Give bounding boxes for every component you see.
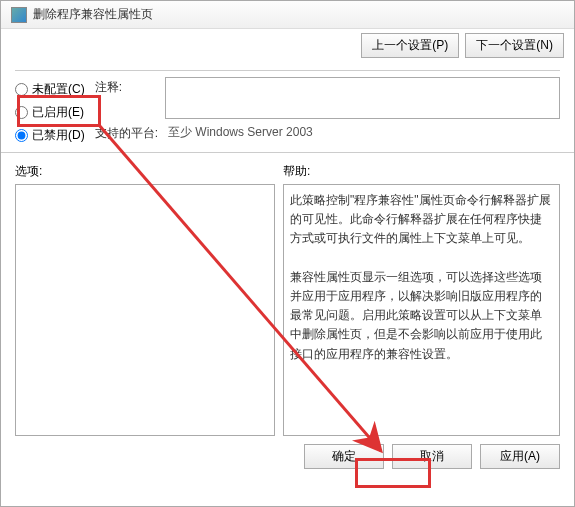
next-setting-button[interactable]: 下一个设置(N)	[465, 33, 564, 58]
platform-label: 支持的平台:	[95, 123, 158, 142]
options-label: 选项:	[15, 163, 283, 180]
help-paragraph-1: 此策略控制"程序兼容性"属性页命令行解释器扩展的可见性。此命令行解释器扩展在任何…	[290, 191, 553, 249]
radio-not-configured-label: 未配置(C)	[32, 81, 85, 98]
cancel-button[interactable]: 取消	[392, 444, 472, 469]
radio-not-configured[interactable]: 未配置(C)	[15, 81, 85, 98]
ok-button[interactable]: 确定	[304, 444, 384, 469]
notes-textarea[interactable]	[165, 77, 560, 119]
help-paragraph-2: 兼容性属性页显示一组选项，可以选择这些选项并应用于应用程序，以解决影响旧版应用程…	[290, 268, 553, 364]
content-area: 未配置(C) 已启用(E) 已禁用(D) 注释: 支持的平台:	[1, 62, 574, 146]
dialog-buttons: 确定 取消 应用(A)	[1, 436, 574, 477]
platform-value: 至少 Windows Server 2003	[168, 123, 313, 141]
radio-not-configured-input[interactable]	[15, 83, 28, 96]
nav-buttons: 上一个设置(P) 下一个设置(N)	[1, 29, 574, 62]
radio-disabled[interactable]: 已禁用(D)	[15, 127, 85, 144]
notes-label: 注释:	[95, 77, 155, 96]
options-panel	[15, 184, 275, 436]
divider	[15, 70, 560, 71]
radio-group: 未配置(C) 已启用(E) 已禁用(D)	[15, 77, 85, 146]
radio-disabled-input[interactable]	[15, 129, 28, 142]
radio-enabled[interactable]: 已启用(E)	[15, 104, 85, 121]
radio-disabled-label: 已禁用(D)	[32, 127, 85, 144]
apply-button[interactable]: 应用(A)	[480, 444, 560, 469]
app-icon	[11, 7, 27, 23]
help-label: 帮助:	[283, 163, 560, 180]
dialog-window: 删除程序兼容性属性页 上一个设置(P) 下一个设置(N) 未配置(C) 已启用(…	[0, 0, 575, 507]
radio-enabled-input[interactable]	[15, 106, 28, 119]
prev-setting-button[interactable]: 上一个设置(P)	[361, 33, 459, 58]
divider-2	[1, 152, 574, 153]
radio-enabled-label: 已启用(E)	[32, 104, 84, 121]
titlebar: 删除程序兼容性属性页	[1, 1, 574, 29]
window-title: 删除程序兼容性属性页	[33, 6, 153, 23]
help-panel: 此策略控制"程序兼容性"属性页命令行解释器扩展的可见性。此命令行解释器扩展在任何…	[283, 184, 560, 436]
